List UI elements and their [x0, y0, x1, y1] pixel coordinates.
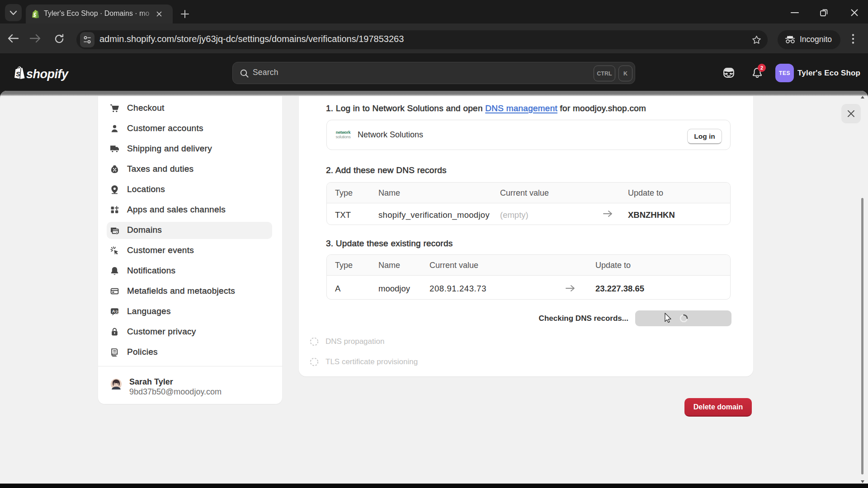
svg-text:shopify: shopify	[26, 67, 69, 81]
svg-text:文: 文	[115, 310, 119, 314]
svg-text:S: S	[16, 70, 20, 78]
